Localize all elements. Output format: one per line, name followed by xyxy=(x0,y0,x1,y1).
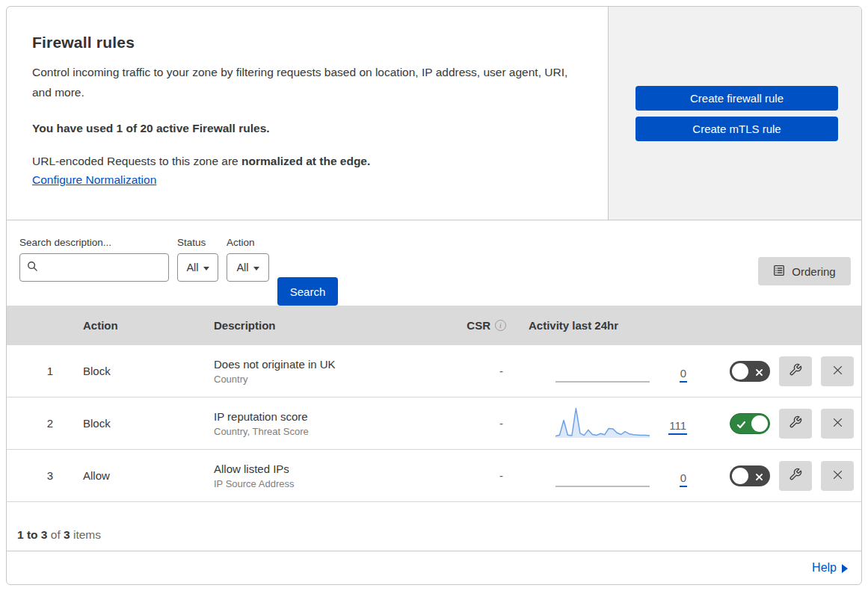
rule-priority: 2 xyxy=(7,417,83,430)
rule-csr: - xyxy=(455,365,509,377)
rule-activity-cell: 0 xyxy=(509,460,695,492)
edit-rule-button[interactable] xyxy=(779,356,812,386)
wrench-icon xyxy=(789,363,802,379)
table-header: Action Description CSR i Activity last 2… xyxy=(7,306,861,345)
toggle-x-icon xyxy=(755,366,763,379)
activity-column-header: Activity last 24hr xyxy=(509,319,695,332)
activity-sparkline xyxy=(555,407,650,440)
search-icon xyxy=(27,261,38,275)
rule-fields: IP Source Address xyxy=(214,478,455,489)
info-icon[interactable]: i xyxy=(495,320,506,331)
create-firewall-rule-button[interactable]: Create firewall rule xyxy=(635,86,838,111)
activity-count-link[interactable]: 0 xyxy=(680,471,687,487)
wrench-icon xyxy=(789,468,802,483)
search-input[interactable] xyxy=(43,262,161,273)
rule-description-cell: IP reputation score Country, Threat Scor… xyxy=(212,410,455,437)
rule-description: IP reputation score xyxy=(214,410,455,423)
delete-rule-button[interactable] xyxy=(821,409,854,439)
table-row: 1 Block Does not originate in UK Country… xyxy=(7,345,861,397)
search-label: Search description... xyxy=(19,237,169,248)
rule-description-cell: Allow listed IPs IP Source Address xyxy=(212,462,455,489)
activity-count-link[interactable]: 0 xyxy=(680,367,687,383)
ordering-list-icon xyxy=(773,264,785,279)
search-button[interactable]: Search xyxy=(277,277,338,306)
toggle-x-icon xyxy=(755,471,763,483)
help-arrow-icon xyxy=(842,564,848,573)
rule-fields: Country, Threat Score xyxy=(214,426,455,437)
rule-description: Allow listed IPs xyxy=(214,462,455,475)
rule-controls xyxy=(695,461,861,491)
ordering-button[interactable]: Ordering xyxy=(758,257,851,285)
action-column-header: Action xyxy=(83,319,212,332)
caret-down-icon xyxy=(203,267,209,270)
delete-x-icon xyxy=(831,364,844,379)
create-mtls-rule-button[interactable]: Create mTLS rule xyxy=(635,117,838,141)
rule-enabled-toggle[interactable] xyxy=(730,465,770,486)
rule-priority: 3 xyxy=(7,469,83,482)
action-field: Action All xyxy=(227,237,269,306)
action-label: Action xyxy=(227,237,269,248)
normalization-text: URL-encoded Requests to this zone are no… xyxy=(32,155,578,168)
total-count: 3 xyxy=(64,528,70,542)
table-row: 2 Block IP reputation score Country, Thr… xyxy=(7,397,861,450)
delete-x-icon xyxy=(831,468,844,483)
pagination-summary: 1 to 3 of 3 items xyxy=(7,502,861,551)
configure-normalization-link[interactable]: Configure Normalization xyxy=(32,173,156,187)
csr-column-header: CSR i xyxy=(455,319,509,332)
toggle-knob xyxy=(732,468,748,484)
usage-text: You have used 1 of 20 active Firewall ru… xyxy=(32,122,578,135)
status-select-value: All xyxy=(186,262,198,273)
delete-rule-button[interactable] xyxy=(821,356,854,386)
overview-text-panel: Firewall rules Control incoming traffic … xyxy=(7,7,608,220)
wrench-icon xyxy=(789,415,802,431)
rule-csr: - xyxy=(455,417,509,430)
status-label: Status xyxy=(177,237,218,248)
delete-x-icon xyxy=(831,416,844,431)
description-column-header: Description xyxy=(212,319,455,332)
help-link-label: Help xyxy=(812,561,837,575)
toggle-knob xyxy=(732,363,748,380)
rule-priority: 1 xyxy=(7,365,83,377)
status-field: Status All xyxy=(177,237,218,306)
rule-action: Allow xyxy=(83,469,212,482)
help-bar: Help xyxy=(7,551,861,584)
caret-down-icon xyxy=(253,267,259,270)
rule-activity-cell: 111 xyxy=(509,407,695,440)
rule-csr: - xyxy=(455,469,509,482)
ordering-button-label: Ordering xyxy=(792,265,835,278)
rule-enabled-toggle[interactable] xyxy=(730,413,770,434)
activity-sparkline xyxy=(555,355,650,388)
activity-sparkline xyxy=(555,460,650,492)
delete-rule-button[interactable] xyxy=(821,461,854,491)
search-field: Search description... xyxy=(19,237,169,306)
firewall-rules-card: Firewall rules Control incoming traffic … xyxy=(6,6,862,585)
page-title: Firewall rules xyxy=(32,34,578,52)
rule-controls xyxy=(695,356,861,386)
activity-count-link[interactable]: 111 xyxy=(668,419,687,435)
rule-action: Block xyxy=(83,417,212,430)
overview-section: Firewall rules Control incoming traffic … xyxy=(7,7,861,220)
search-button-col: Search xyxy=(277,237,338,306)
rule-fields: Country xyxy=(214,374,455,385)
rule-description: Does not originate in UK xyxy=(214,358,455,371)
edit-rule-button[interactable] xyxy=(779,409,812,439)
toggle-knob xyxy=(751,415,768,432)
rule-activity-cell: 0 xyxy=(509,355,695,388)
actions-panel: Create firewall rule Create mTLS rule xyxy=(608,7,861,220)
action-select-value: All xyxy=(236,262,248,273)
action-select[interactable]: All xyxy=(227,253,269,282)
table-row: 3 Allow Allow listed IPs IP Source Addre… xyxy=(7,450,861,502)
edit-rule-button[interactable] xyxy=(779,461,812,491)
rule-controls xyxy=(695,409,861,439)
status-select[interactable]: All xyxy=(177,253,218,282)
rule-enabled-toggle[interactable] xyxy=(730,361,770,382)
toggle-check-icon xyxy=(736,419,746,432)
search-input-box[interactable] xyxy=(19,253,169,282)
rule-description-cell: Does not originate in UK Country xyxy=(212,358,455,385)
page-description: Control incoming traffic to your zone by… xyxy=(32,62,578,102)
range-text: 1 to 3 xyxy=(17,528,47,542)
filter-bar: Search description... Status All Action … xyxy=(7,220,861,306)
rule-action: Block xyxy=(83,365,212,377)
help-link[interactable]: Help xyxy=(812,561,848,575)
